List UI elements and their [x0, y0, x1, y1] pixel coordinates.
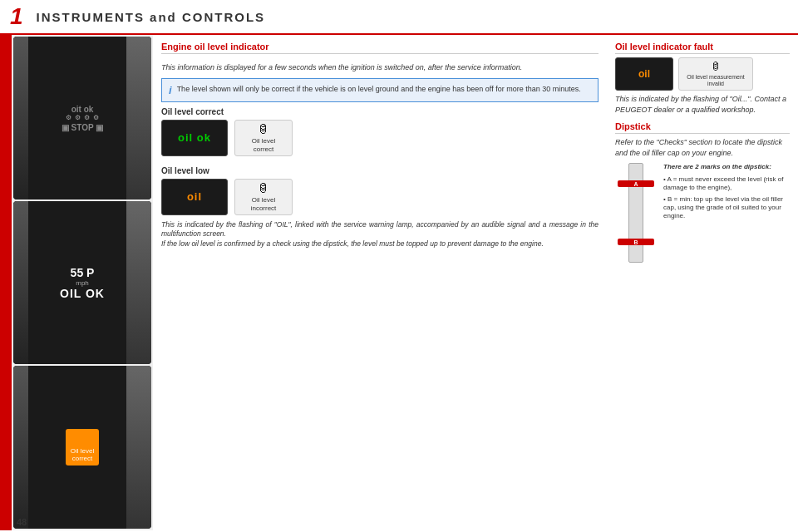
oil-correct-panel-label: Oil levelcorrect — [71, 447, 94, 462]
fault-label-box: 🛢 Oil level measurement invalid — [678, 57, 753, 91]
red-accent-bar — [0, 35, 12, 530]
panel-speed-text: 55 P — [71, 266, 95, 279]
right-column: Oil level indicator fault oil 🛢 Oil leve… — [607, 35, 798, 530]
oil-can-icon-fault: 🛢 — [711, 61, 721, 72]
gauge-left-1 — [13, 37, 28, 200]
dipstick-marks-header: There are 2 marks on the dipstick: — [663, 163, 790, 171]
dipstick-mark-b-desc: • B = min: top up the level via the oil … — [663, 195, 790, 221]
gauge-arc-3 — [126, 366, 151, 529]
info-box: i The level shown will only be correct i… — [161, 78, 598, 102]
panel-oil-ok-text: OIL OK — [60, 287, 105, 300]
oil-low-label-box: 🛢 Oil levelincorrect — [234, 179, 293, 215]
fault-images-row: oil 🛢 Oil level measurement invalid — [615, 57, 790, 91]
oil-low-title: Oil level low — [161, 166, 598, 175]
gauge-left-3 — [13, 366, 28, 529]
chapter-number: 1 — [10, 3, 23, 30]
oil-correct-label-text: Oil levelcorrect — [252, 137, 275, 153]
instrument-panel-1: oit ok ⚙⚙⚙⚙ ▣ STOP ▣ — [13, 37, 151, 200]
page-header: 1 INSTRUMENTS and CONTROLS — [0, 0, 798, 35]
oil-low-section: Oil level low oil 🛢 Oil levelincorrect T… — [161, 166, 598, 250]
dipstick-mark-a-desc: • A = must never exceed the level (risk … — [663, 175, 790, 193]
oil-correct-label-box: 🛢 Oil levelcorrect — [234, 120, 293, 156]
oil-low-indicators: oil 🛢 Oil levelincorrect — [161, 179, 598, 215]
panel-icons: ⚙⚙⚙⚙ — [66, 114, 99, 121]
oil-can-icon-panel: 🛢 — [76, 432, 89, 447]
oil-can-icon-low: 🛢 — [258, 181, 269, 195]
intro-text: This information is displayed for a few … — [161, 62, 598, 73]
oil-low-label-text: Oil levelincorrect — [251, 196, 277, 212]
dipstick-rod: A B — [628, 163, 643, 263]
panel-unit: mph — [76, 279, 89, 287]
fault-section-title: Oil level indicator fault — [615, 42, 790, 54]
oil-low-screen: oil — [161, 179, 228, 215]
oil-warning-box: 🛢 Oil levelcorrect — [66, 429, 99, 466]
oil-correct-screen: oil ok — [161, 120, 228, 156]
instrument-panel-2: 55 P mph OIL OK — [13, 201, 151, 364]
info-icon: i — [169, 84, 172, 96]
info-box-text: The level shown will only be correct if … — [177, 84, 581, 95]
panel-stop-text: ▣ STOP ▣ — [62, 123, 103, 132]
oil-correct-title: Oil level correct — [161, 107, 598, 116]
oil-correct-indicators: oil ok 🛢 Oil levelcorrect — [161, 120, 598, 156]
panel-oit-text: oit ok — [71, 105, 94, 114]
oil-low-description: This is indicated by the flashing of "OI… — [161, 220, 598, 250]
dipstick-mark-b: B — [618, 239, 654, 245]
fault-description: This is indicated by the flashing of "Oi… — [615, 94, 790, 115]
instrument-panel-3: 🛢 Oil levelcorrect — [13, 366, 151, 529]
engine-oil-section-title: Engine oil level indicator — [161, 42, 598, 54]
instrument-panels-column: oit ok ⚙⚙⚙⚙ ▣ STOP ▣ 55 P mph OIL OK — [12, 35, 153, 530]
middle-content-column: Engine oil level indicator This informat… — [153, 35, 607, 530]
dipstick-title: Dipstick — [615, 121, 790, 134]
fault-label-text: Oil level measurement invalid — [687, 74, 745, 88]
dipstick-text-area: There are 2 marks on the dipstick: • A =… — [663, 163, 790, 263]
fault-section: Oil level indicator fault oil 🛢 Oil leve… — [615, 42, 790, 115]
dipstick-mark-a: A — [618, 180, 654, 187]
oil-correct-section: Oil level correct oil ok 🛢 Oil levelcorr… — [161, 107, 598, 161]
main-content: oit ok ⚙⚙⚙⚙ ▣ STOP ▣ 55 P mph OIL OK — [0, 35, 798, 530]
chapter-title: INSTRUMENTS and CONTROLS — [37, 10, 266, 24]
dipstick-visual-section: A B There are 2 marks on the dipstick: •… — [615, 163, 790, 263]
gauge-left-2 — [13, 201, 28, 364]
dipstick-image: A B — [615, 163, 657, 263]
dipstick-intro: Refer to the "Checks" section to locate … — [615, 137, 790, 158]
fault-screen: oil — [615, 57, 673, 91]
dipstick-section-container: Dipstick Refer to the "Checks" section t… — [615, 121, 790, 263]
gauge-arc-2 — [126, 201, 151, 364]
gauge-arc-1 — [126, 37, 151, 200]
oil-can-icon-correct: 🛢 — [258, 122, 269, 135]
page-number: 48 — [17, 517, 27, 527]
